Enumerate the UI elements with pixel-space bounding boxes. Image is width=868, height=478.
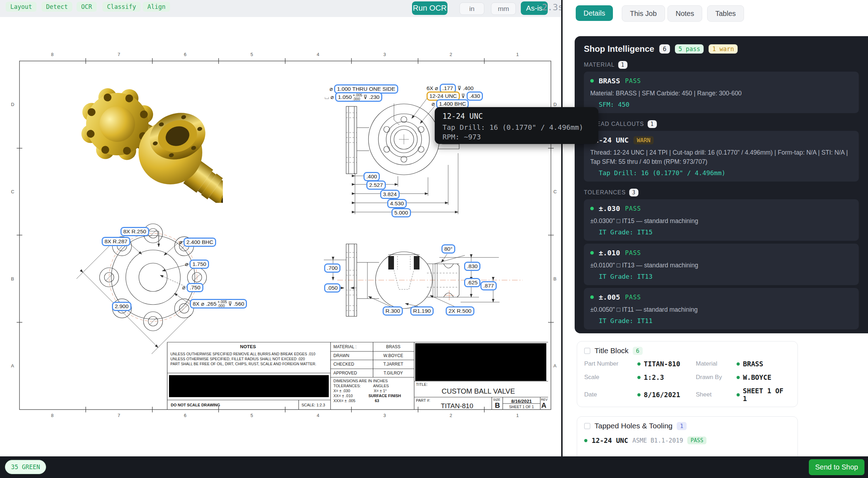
ocr-callout-8x-holes[interactable]: 8X ⌀ .265 +.005 .000 ⊽ .560 bbox=[190, 299, 247, 309]
tooltip-rpm: RPM: ~973 bbox=[443, 132, 591, 142]
ocr-box[interactable]: 1.050 +.005 .000 ⊽ .230 bbox=[335, 92, 382, 102]
title-block-card[interactable]: Title Block 6 Part Number TITAN-810 Mate… bbox=[577, 341, 798, 407]
ocr-callout-bhc-2400[interactable]: ⌀ 2.400 BHC bbox=[179, 238, 216, 247]
ocr-callout-dim[interactable]: 3.824 bbox=[380, 190, 400, 199]
ocr-callout-d750[interactable]: ⌀ .750 bbox=[182, 283, 203, 292]
toolbar-button-layout[interactable]: Layout bbox=[6, 2, 36, 12]
ocr-box[interactable]: .430 bbox=[467, 91, 483, 101]
tolerance-desc: ±0.0100" □ IT13 — standard machining bbox=[590, 261, 852, 270]
drawing-date: 8/16/2021 bbox=[505, 399, 539, 404]
notes-line: UNLESS OUTHERWISE SPECIFIED REMOVE ALL B… bbox=[170, 352, 315, 356]
tapped-hole-row[interactable]: 12-24 UNC ASME B1.1-2019 PASS bbox=[584, 437, 790, 444]
ocr-box[interactable]: 5.000 bbox=[391, 208, 411, 217]
tb-dims: XX= ± .010 bbox=[333, 394, 353, 398]
thread-desc: Thread: 12-24 UNC | 24 TPI | Cut-tap dri… bbox=[590, 148, 852, 166]
tab-details[interactable]: Details bbox=[576, 5, 613, 21]
tolerance-card[interactable]: ±.030 PASS ±0.0300" □ IT15 — standard ma… bbox=[584, 199, 859, 241]
ocr-callout-700[interactable]: .700 bbox=[324, 263, 340, 273]
field-value: TITAN-810 bbox=[644, 360, 680, 368]
ocr-callout-r500[interactable]: 2X R.500 bbox=[446, 306, 474, 316]
tb-label: APPROVED bbox=[333, 371, 357, 376]
tolerance-metric: IT Grade: IT13 bbox=[599, 273, 852, 280]
ocr-box[interactable]: 8X R.287 bbox=[102, 237, 130, 246]
ocr-box[interactable]: 3.824 bbox=[380, 190, 400, 199]
status-bar: 35 GREEN Send to Shop bbox=[0, 456, 868, 478]
section-material: MATERIAL 1 bbox=[584, 61, 859, 69]
ocr-box[interactable]: 4.530 bbox=[387, 199, 407, 208]
ocr-callout-r287[interactable]: 8X R.287 bbox=[102, 237, 130, 246]
ocr-callout-877[interactable]: .877 bbox=[480, 281, 497, 290]
ocr-box[interactable]: .877 bbox=[480, 281, 497, 290]
ocr-box[interactable]: 8X R.250 bbox=[120, 227, 149, 236]
tb-label: CHECKED bbox=[333, 362, 354, 367]
tapped-holes-title: Tapped Holes & Tooling bbox=[594, 422, 672, 430]
tolerance-name: ±.005 bbox=[599, 293, 620, 301]
diameter-symbol: ⌀ bbox=[432, 101, 435, 107]
tb-value: BRASS bbox=[376, 344, 411, 349]
ocr-box[interactable]: R.300 bbox=[383, 306, 403, 316]
ocr-callout-830[interactable]: .830 bbox=[464, 262, 480, 271]
tolerance-card[interactable]: ±.005 PASS ±0.0050" □ IT11 — standard ma… bbox=[584, 288, 859, 329]
tolerance-stack: +.005 .000 bbox=[218, 300, 227, 307]
ocr-callout-r1190[interactable]: R1.190 bbox=[410, 306, 434, 316]
status-dot bbox=[590, 295, 594, 299]
toolbar-button-align[interactable]: Align bbox=[143, 2, 170, 12]
ocr-box[interactable]: 1.750 bbox=[190, 260, 209, 269]
field-value: 8/16/2021 bbox=[644, 391, 680, 399]
ruler-label: 8 bbox=[51, 413, 53, 418]
ocr-callout-050[interactable]: .050 bbox=[324, 283, 340, 293]
ocr-box[interactable]: R1.190 bbox=[410, 306, 434, 316]
ocr-box[interactable]: .830 bbox=[464, 262, 480, 271]
verified-dot bbox=[637, 393, 641, 396]
ocr-box[interactable]: 8X ⌀ .265 +.005 .000 ⊽ .560 bbox=[190, 299, 247, 309]
diameter-symbol: ⌀ bbox=[329, 86, 333, 92]
tab-tables[interactable]: Tables bbox=[707, 5, 744, 22]
ocr-box[interactable]: .400 bbox=[363, 172, 380, 181]
field-value: SHEET 1 OF 1 bbox=[743, 387, 790, 402]
title-block-count-badge: 6 bbox=[633, 347, 643, 355]
scale-note: SCALE: 1:2.3 bbox=[301, 403, 325, 407]
ocr-box[interactable]: 2X R.500 bbox=[446, 306, 474, 316]
ruler-label: 7 bbox=[118, 413, 120, 418]
toolbar-button-detect[interactable]: Detect bbox=[41, 2, 72, 12]
title-block-checkbox[interactable] bbox=[584, 348, 590, 354]
panel-divider bbox=[561, 0, 563, 456]
toolbar-button-classify[interactable]: Classify bbox=[102, 2, 141, 12]
ocr-callout-dim[interactable]: 4.530 bbox=[387, 199, 407, 208]
tolerance-metric: IT Grade: IT15 bbox=[599, 228, 852, 236]
unit-in-button[interactable]: in bbox=[460, 2, 484, 15]
ocr-box[interactable]: 2.900 bbox=[112, 302, 131, 311]
ocr-callout-dim[interactable]: 5.000 bbox=[391, 208, 411, 217]
ocr-box[interactable]: .050 bbox=[324, 283, 340, 293]
send-to-shop-button[interactable]: Send to Shop bbox=[809, 459, 864, 475]
verified-dot bbox=[737, 362, 740, 366]
ocr-callout-diag[interactable]: 2.900 bbox=[112, 302, 131, 311]
section-thread-callouts: THREAD CALLOUTS 1 bbox=[584, 120, 859, 128]
ruler-label: D bbox=[553, 102, 557, 107]
ocr-callout-r250[interactable]: 8X R.250 bbox=[120, 227, 149, 236]
tab-this-job[interactable]: This Job bbox=[622, 5, 665, 22]
ocr-box[interactable]: 2.400 BHC bbox=[184, 238, 216, 247]
ocr-box[interactable]: .625 bbox=[464, 278, 480, 287]
ocr-callout-d1750[interactable]: ⌀ 1.750 bbox=[185, 260, 209, 269]
run-ocr-button[interactable]: Run OCR bbox=[412, 1, 447, 15]
tab-notes[interactable]: Notes bbox=[667, 5, 702, 22]
ocr-box[interactable]: .750 bbox=[187, 283, 203, 292]
ocr-box[interactable]: 2.527 bbox=[366, 180, 386, 190]
ruler-label: 2 bbox=[450, 52, 452, 57]
thread-callout-card[interactable]: 12-24 UNC WARN Thread: 12-24 UNC | 24 TP… bbox=[584, 131, 859, 182]
ocr-callout-dim[interactable]: 2.527 bbox=[366, 180, 386, 190]
ocr-callout-cbore[interactable]: ⌴ ⌀ 1.050 +.005 .000 ⊽ .230 bbox=[325, 92, 382, 102]
ocr-box[interactable]: .700 bbox=[324, 263, 340, 273]
material-card[interactable]: BRASS PASS Material: BRASS | SFM Carbide… bbox=[584, 72, 859, 113]
tolerance-card[interactable]: ±.010 PASS ±0.0100" □ IT13 — standard ma… bbox=[584, 244, 859, 285]
tapped-holes-checkbox[interactable] bbox=[584, 423, 590, 429]
unit-mm-button[interactable]: mm bbox=[491, 2, 516, 15]
ocr-callout-625[interactable]: .625 bbox=[464, 278, 480, 287]
ocr-box[interactable]: 80° bbox=[441, 244, 455, 254]
depth-symbol: ⊽ bbox=[461, 93, 465, 99]
ocr-callout-r300[interactable]: R.300 bbox=[383, 306, 403, 316]
ocr-callout-dim[interactable]: .400 bbox=[363, 172, 380, 181]
toolbar-button-ocr[interactable]: OCR bbox=[77, 2, 97, 12]
ocr-callout-80deg[interactable]: 80° bbox=[441, 244, 455, 254]
